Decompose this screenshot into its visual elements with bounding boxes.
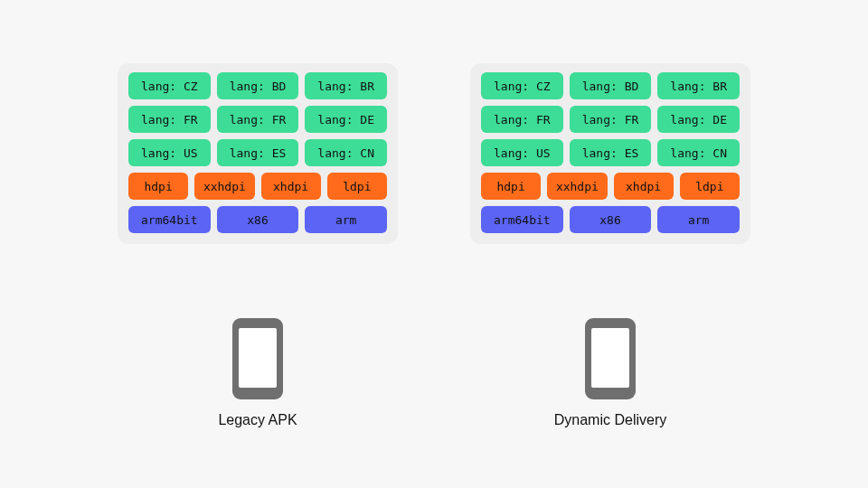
- chip-lang: lang: BD: [570, 72, 652, 99]
- chip-dpi: ldpi: [327, 173, 387, 200]
- chip-lang: lang: CZ: [481, 72, 563, 99]
- lang-row: lang: US lang: ES lang: CN: [481, 139, 740, 166]
- chip-abi: arm64bit: [128, 206, 211, 233]
- bundle-panel-left: lang: CZ lang: BD lang: BR lang: FR lang…: [118, 63, 398, 244]
- chip-lang: lang: CZ: [128, 72, 211, 99]
- chip-abi: arm: [305, 206, 387, 233]
- chip-dpi: xxhdpi: [547, 173, 607, 200]
- chip-dpi: ldpi: [680, 173, 740, 200]
- chip-lang: lang: US: [481, 139, 563, 166]
- phone-icon: [585, 318, 636, 399]
- caption-legacy-apk: Legacy APK: [218, 412, 297, 428]
- chip-lang: lang: FR: [217, 106, 299, 133]
- chip-lang: lang: DE: [657, 106, 740, 133]
- lang-row: lang: CZ lang: BD lang: BR: [481, 72, 740, 99]
- abi-row: arm64bit x86 arm: [481, 206, 740, 233]
- caption-dynamic-delivery: Dynamic Delivery: [554, 412, 666, 428]
- lang-row: lang: US lang: ES lang: CN: [128, 139, 387, 166]
- chip-lang: lang: FR: [481, 106, 563, 133]
- chip-lang: lang: US: [128, 139, 211, 166]
- chip-dpi: hdpi: [128, 173, 188, 200]
- chip-dpi: xhdpi: [261, 173, 321, 200]
- chip-abi: x86: [217, 206, 299, 233]
- abi-row: arm64bit x86 arm: [128, 206, 387, 233]
- dpi-row: hdpi xxhdpi xhdpi ldpi: [128, 173, 387, 200]
- chip-dpi: xhdpi: [614, 173, 674, 200]
- chip-lang: lang: FR: [128, 106, 211, 133]
- chip-lang: lang: ES: [570, 139, 652, 166]
- chip-dpi: hdpi: [481, 173, 541, 200]
- chip-lang: lang: DE: [305, 106, 387, 133]
- diagram-stage: lang: CZ lang: BD lang: BR lang: FR lang…: [0, 0, 868, 428]
- chip-abi: arm: [657, 206, 740, 233]
- column-dynamic-delivery: lang: CZ lang: BD lang: BR lang: FR lang…: [470, 63, 750, 428]
- lang-row: lang: CZ lang: BD lang: BR: [128, 72, 387, 99]
- column-legacy-apk: lang: CZ lang: BD lang: BR lang: FR lang…: [118, 63, 398, 428]
- chip-lang: lang: CN: [305, 139, 387, 166]
- chip-lang: lang: ES: [217, 139, 299, 166]
- bundle-panel-right: lang: CZ lang: BD lang: BR lang: FR lang…: [470, 63, 750, 244]
- chip-abi: arm64bit: [481, 206, 563, 233]
- device-group-left: Legacy APK: [218, 318, 297, 428]
- chip-lang: lang: BR: [305, 72, 387, 99]
- chip-lang: lang: BR: [657, 72, 740, 99]
- phone-icon: [232, 318, 283, 399]
- device-group-right: Dynamic Delivery: [554, 318, 666, 428]
- lang-row: lang: FR lang: FR lang: DE: [481, 106, 740, 133]
- dpi-row: hdpi xxhdpi xhdpi ldpi: [481, 173, 740, 200]
- chip-dpi: xxhdpi: [194, 173, 254, 200]
- chip-lang: lang: BD: [217, 72, 299, 99]
- chip-lang: lang: CN: [657, 139, 740, 166]
- chip-lang: lang: FR: [570, 106, 652, 133]
- lang-row: lang: FR lang: FR lang: DE: [128, 106, 387, 133]
- chip-abi: x86: [570, 206, 652, 233]
